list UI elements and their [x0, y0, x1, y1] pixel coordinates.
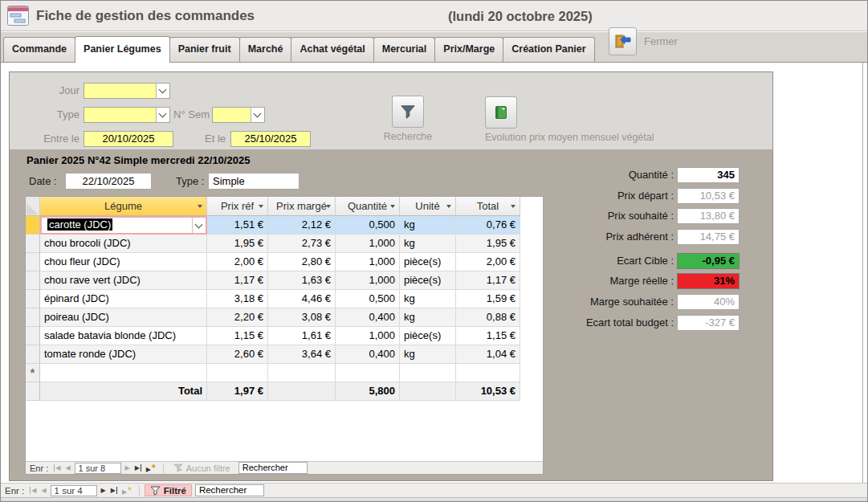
cell-total[interactable]: 1,04 € [456, 345, 520, 364]
cell-prix-marge[interactable]: 2,80 € [268, 253, 336, 271]
quantite-field[interactable]: 345 [677, 167, 740, 183]
cell-legume[interactable]: chou rave vert (JDC) [40, 271, 207, 290]
filter-dropdown-icon[interactable] [259, 205, 263, 208]
cell-total[interactable]: 1,95 € [456, 235, 520, 253]
record-selector[interactable] [26, 271, 40, 290]
cell-legume-empty[interactable] [40, 364, 207, 382]
cell-prix-ref-empty[interactable] [207, 364, 268, 382]
cell-total-empty[interactable] [456, 364, 520, 382]
cell-legume[interactable]: tomate ronde (JDC) [40, 345, 207, 364]
record-position-box[interactable]: 1 sur 4 [51, 485, 97, 496]
cell-legume[interactable]: salade batavia blonde (JDC) [40, 327, 207, 345]
tab-panier-fruit[interactable]: Panier fruit [169, 37, 240, 62]
cell-total[interactable]: 0,88 € [456, 308, 520, 327]
tab-creation-panier[interactable]: Création Panier [503, 37, 594, 62]
cell-unite[interactable]: kg [400, 345, 456, 364]
next-record-button[interactable]: ▶ [125, 464, 130, 471]
cell-prix-ref[interactable]: 2,20 € [207, 308, 268, 327]
no-filter-indicator[interactable]: Aucun filtre [169, 462, 235, 474]
tab-mercurial[interactable]: Mercurial [373, 37, 436, 62]
subform-search-input[interactable]: Rechercher [238, 462, 308, 474]
record-selector[interactable] [26, 345, 40, 364]
cell-prix-ref[interactable]: 1,95 € [207, 235, 268, 253]
type-combo[interactable] [84, 107, 170, 123]
tab-marche[interactable]: Marché [239, 37, 292, 62]
new-record-selector[interactable]: * [26, 364, 40, 382]
type-input[interactable]: Simple [208, 173, 300, 190]
cell-quantite[interactable]: 0,400 [336, 345, 400, 364]
cell-quantite[interactable]: 1,000 [336, 327, 400, 345]
cell-prix-marge-empty[interactable] [268, 364, 336, 382]
previous-record-button[interactable]: ◀ [41, 487, 46, 494]
evolution-button[interactable] [485, 96, 517, 129]
semaine-combo[interactable] [212, 107, 265, 123]
previous-record-button[interactable]: ◀ [65, 464, 70, 471]
tab-achat-vegetal[interactable]: Achat végétal [291, 37, 373, 62]
first-record-button[interactable]: ◀ [30, 487, 36, 494]
select-all-corner[interactable] [26, 197, 40, 216]
cell-prix-marge[interactable]: 3,64 € [268, 345, 336, 364]
column-header-legume[interactable]: Légume [40, 197, 207, 216]
cell-legume[interactable]: poireau (JDC) [40, 308, 207, 327]
cell-legume[interactable]: épinard (JDC) [40, 290, 207, 308]
cell-total[interactable]: 1,17 € [456, 271, 520, 290]
cell-prix-marge[interactable]: 1,61 € [268, 327, 336, 345]
tab-panier-legumes[interactable]: Panier Légumes [75, 36, 170, 63]
cell-quantite[interactable]: 0,500 [336, 216, 400, 235]
column-header-unite[interactable]: Unité [400, 197, 456, 216]
legume-combo-dropdown[interactable] [192, 218, 206, 233]
cell-prix-ref[interactable]: 3,18 € [207, 290, 268, 308]
filtered-indicator[interactable]: Filtré [145, 484, 192, 496]
jour-combo-dropdown[interactable] [156, 84, 169, 98]
record-selector[interactable] [26, 290, 40, 308]
cell-unite[interactable]: pièce(s) [400, 271, 456, 290]
et-le-input[interactable]: 25/10/2025 [230, 131, 311, 147]
cell-unite-empty[interactable] [400, 364, 456, 382]
new-record-button[interactable]: ▶* [146, 463, 156, 474]
tab-prix-marge[interactable]: Prix/Marge [434, 37, 503, 62]
filter-dropdown-icon[interactable] [390, 205, 395, 208]
cell-prix-marge[interactable]: 2,73 € [268, 235, 336, 253]
cell-total[interactable]: 2,00 € [456, 253, 520, 271]
column-header-total[interactable]: Total [456, 197, 520, 216]
record-selector[interactable] [26, 327, 40, 345]
cell-prix-marge[interactable]: 4,46 € [268, 290, 336, 308]
cell-prix-marge[interactable]: 1,63 € [268, 271, 336, 290]
cell-quantite[interactable]: 0,400 [336, 308, 400, 327]
cell-prix-ref[interactable]: 2,60 € [207, 345, 268, 364]
cell-unite[interactable]: kg [400, 290, 456, 308]
entre-le-input[interactable]: 20/10/2025 [84, 131, 173, 147]
filter-dropdown-icon[interactable] [198, 205, 202, 208]
cell-prix-ref[interactable]: 1,17 € [207, 271, 268, 290]
semaine-combo-dropdown[interactable] [251, 108, 264, 122]
new-record-button[interactable]: ▶* [122, 485, 132, 496]
cell-quantite[interactable]: 1,000 [336, 235, 400, 253]
cell-prix-ref[interactable]: 1,15 € [207, 327, 268, 345]
cell-prix-ref[interactable]: 2,00 € [207, 253, 268, 271]
column-header-prix-ref[interactable]: Prix réf [207, 197, 268, 216]
cell-prix-marge[interactable]: 3,08 € [268, 308, 336, 327]
cell-total[interactable]: 1,59 € [456, 290, 520, 308]
cell-legume[interactable]: chou fleur (JDC) [40, 253, 207, 271]
cell-quantite[interactable]: 1,000 [336, 253, 400, 271]
legume-combo-cell[interactable]: carotte (JDC) [40, 216, 207, 235]
filter-dropdown-icon[interactable] [446, 205, 451, 208]
form-search-input[interactable]: Rechercher [195, 484, 264, 496]
tab-commande[interactable]: Commande [3, 37, 75, 62]
cell-unite[interactable]: pièce(s) [400, 327, 456, 345]
cell-total[interactable]: 1,15 € [456, 327, 520, 345]
last-record-button[interactable]: ▶ [135, 464, 141, 471]
next-record-button[interactable]: ▶ [101, 487, 106, 494]
filter-dropdown-icon[interactable] [326, 205, 331, 208]
cell-quantite-empty[interactable] [336, 364, 400, 382]
close-form-button[interactable] [609, 27, 637, 55]
cell-prix-marge[interactable]: 2,12 € [268, 216, 336, 235]
recherche-button[interactable] [392, 96, 424, 128]
record-selector[interactable] [26, 216, 40, 235]
column-header-quantite[interactable]: Quantité [336, 197, 400, 216]
filter-dropdown-icon[interactable] [511, 205, 516, 208]
cell-total[interactable]: 0,76 € [456, 216, 520, 235]
record-selector[interactable] [26, 253, 40, 271]
cell-prix-ref[interactable]: 1,51 € [207, 216, 268, 235]
record-position-box[interactable]: 1 sur 8 [75, 463, 121, 474]
